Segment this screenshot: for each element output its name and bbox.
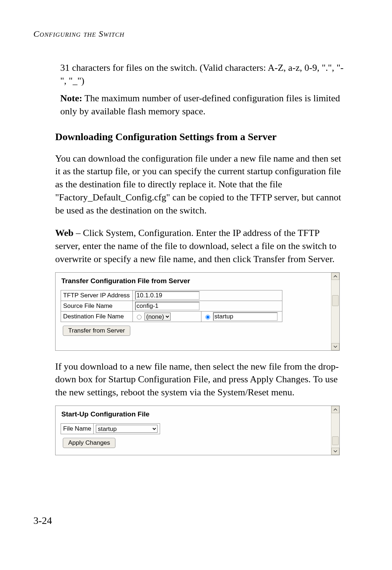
row-ip: TFTP Server IP Address bbox=[61, 290, 282, 301]
destination-select-radio[interactable] bbox=[137, 315, 142, 319]
apply-changes-button[interactable]: Apply Changes bbox=[63, 438, 115, 448]
startup-panel-title: Start-Up Configuration File bbox=[56, 406, 339, 420]
scroll-down-button[interactable] bbox=[331, 448, 339, 455]
section-p2: Web – Click System, Configuration. Enter… bbox=[55, 227, 346, 266]
source-cell bbox=[133, 301, 282, 311]
filename-select[interactable]: startup bbox=[96, 425, 158, 433]
scroll-up-button[interactable] bbox=[331, 406, 339, 413]
scrollbar[interactable] bbox=[331, 273, 339, 350]
note-paragraph: Note: The maximum number of user-defined… bbox=[60, 92, 346, 118]
scroll-thumb[interactable] bbox=[332, 295, 339, 306]
chevron-down-icon bbox=[334, 449, 337, 453]
chevron-up-icon bbox=[334, 274, 337, 278]
destination-label: Destination File Name bbox=[61, 311, 133, 322]
row-source: Source File Name bbox=[61, 301, 282, 311]
filename-label: File Name bbox=[61, 424, 94, 434]
startup-form-table: File Name startup bbox=[61, 423, 160, 434]
transfer-from-server-button[interactable]: Transfer from Server bbox=[63, 326, 130, 336]
row-filename: File Name startup bbox=[61, 424, 160, 434]
transfer-form-table: TFTP Server IP Address Source File Name … bbox=[61, 290, 282, 322]
running-header: Configuring the Switch bbox=[33, 29, 359, 39]
page-number: 3-24 bbox=[33, 515, 52, 526]
source-label: Source File Name bbox=[61, 301, 133, 311]
section-p1: You can download the configuration file … bbox=[55, 152, 346, 217]
destination-select[interactable]: (none) bbox=[144, 313, 171, 321]
transfer-config-panel: Transfer Configuration File from Server … bbox=[55, 272, 340, 351]
section-heading: Downloading Configuration Settings from … bbox=[55, 131, 359, 143]
row-destination: Destination File Name (none) bbox=[61, 311, 282, 322]
destination-text-cell bbox=[201, 311, 282, 322]
chevron-down-icon bbox=[334, 345, 337, 349]
ip-input[interactable] bbox=[135, 291, 200, 300]
ip-cell bbox=[133, 290, 282, 301]
ip-label: TFTP Server IP Address bbox=[61, 290, 133, 301]
chevron-up-icon bbox=[334, 408, 337, 411]
transfer-panel-title: Transfer Configuration File from Server bbox=[56, 273, 339, 286]
scroll-down-button[interactable] bbox=[331, 343, 339, 350]
note-text: The maximum number of user-defined confi… bbox=[60, 93, 340, 117]
web-label: Web bbox=[55, 228, 74, 238]
note-label: Note: bbox=[60, 93, 82, 103]
section-p2-rest: – Click System, Configuration. Enter the… bbox=[55, 228, 336, 264]
scrollbar[interactable] bbox=[331, 406, 339, 455]
intro-line: 31 characters for files on the switch. (… bbox=[60, 61, 346, 87]
section-p3: If you download to a new file name, then… bbox=[55, 360, 346, 399]
destination-text-radio[interactable] bbox=[205, 315, 210, 319]
scroll-thumb[interactable] bbox=[332, 436, 339, 445]
destination-select-cell: (none) bbox=[133, 311, 201, 322]
source-input[interactable] bbox=[135, 302, 200, 310]
filename-cell: startup bbox=[94, 424, 160, 434]
scroll-up-button[interactable] bbox=[331, 273, 339, 280]
destination-text-input[interactable] bbox=[213, 312, 278, 321]
startup-config-panel: Start-Up Configuration File File Name st… bbox=[55, 406, 340, 455]
